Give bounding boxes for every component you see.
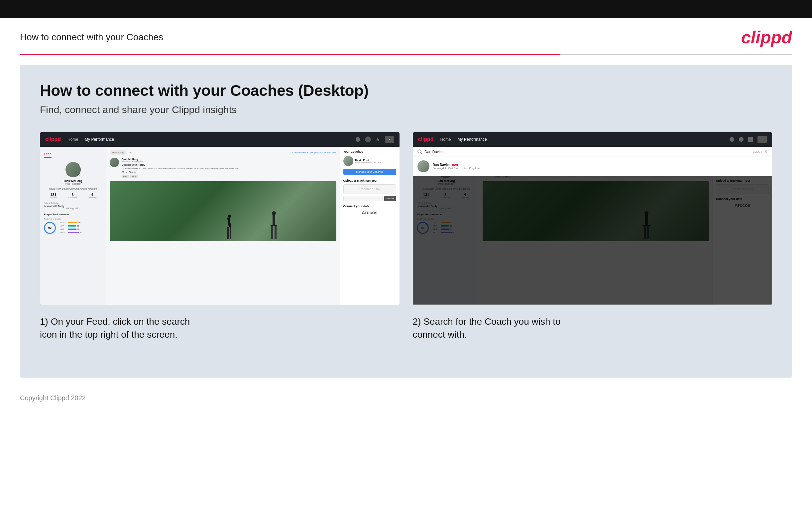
mock-nav-perf-2: My Performance xyxy=(458,137,487,142)
post-buttons: OTT APP xyxy=(122,175,336,178)
header: How to connect with your Coaches clippd xyxy=(0,18,812,54)
mock-middle-panel: Following ▼ Control who can see your act… xyxy=(106,147,340,305)
btn-app[interactable]: APP xyxy=(130,175,138,178)
search-bar: Dan Davies CLEAR × xyxy=(413,147,772,157)
feed-post: Blair McHarg Yesterday · Sunningdale Les… xyxy=(110,158,336,178)
user-icon[interactable] xyxy=(365,136,371,142)
coach-name: David Ford xyxy=(355,159,381,162)
golfer-photo xyxy=(110,181,336,241)
result-badge: Pro xyxy=(452,164,458,166)
btn-off[interactable]: OTT xyxy=(122,175,129,178)
post-avatar xyxy=(110,158,119,167)
following-button[interactable]: Following xyxy=(110,150,126,155)
stat-activities: 131 Activities xyxy=(50,193,57,199)
top-bar xyxy=(0,0,812,18)
result-club: Sunningdale Golf Club, United Kingdom xyxy=(433,167,480,170)
main-content: How to connect with your Coaches (Deskto… xyxy=(20,65,792,378)
upload-title: Upload a Trackman Test xyxy=(343,179,396,182)
latest-activity-date: 03 Aug 2022 xyxy=(44,207,102,210)
main-title: How to connect with your Coaches (Deskto… xyxy=(40,82,772,99)
following-bar: Following ▼ Control who can see your act… xyxy=(110,150,336,155)
copyright: Copyright Clippd 2022 xyxy=(20,394,86,401)
step-1-text: 1) On your Feed, click on the searchicon… xyxy=(40,315,399,341)
player-performance: Player Performance Total Player Quality … xyxy=(44,213,102,235)
search-icon[interactable] xyxy=(355,137,360,142)
trackman-input[interactable] xyxy=(343,196,383,201)
bar-putt: PUTT 96 xyxy=(60,231,82,234)
post-lesson: Lesson with Fordy xyxy=(122,163,336,166)
trackman-link-placeholder: Trackman Link xyxy=(343,184,396,194)
search-icon-2[interactable] xyxy=(729,137,734,142)
result-name: Dan Davies xyxy=(433,163,451,167)
performance-row: 92 OTT 90 APP xyxy=(44,221,102,235)
connect-title: Connect your data xyxy=(343,205,396,208)
close-button[interactable]: × xyxy=(764,149,767,155)
screenshots-row: clippd Home My Performance ▼ xyxy=(40,132,772,341)
add-link-btn[interactable]: Add Link xyxy=(384,196,396,201)
clippd-logo: clippd xyxy=(741,27,792,47)
coach-info: David Ford Royal North Devon Golf Club xyxy=(355,159,381,164)
control-link[interactable]: Control who can see your activity and da… xyxy=(292,152,336,154)
user-icon-2[interactable] xyxy=(739,137,744,142)
bar-app: APP 85 xyxy=(60,224,82,227)
bar-app-fill xyxy=(68,225,76,226)
quality-score: 92 xyxy=(44,222,56,234)
post-author: Blair McHarg xyxy=(122,158,336,161)
screenshot-2: clippd Home My Performance Feed xyxy=(413,132,772,305)
footer: Copyright Clippd 2022 xyxy=(0,388,812,409)
bar-arg-fill xyxy=(68,228,77,230)
total-quality-label: Total Player Quality xyxy=(44,218,102,220)
result-avatar xyxy=(418,160,429,172)
step-2-text: 2) Search for the Coach you wish toconne… xyxy=(413,315,772,341)
search-result[interactable]: Dan Davies Pro Sunningdale Golf Club, Un… xyxy=(413,157,772,176)
post-content: Blair McHarg Yesterday · Sunningdale Les… xyxy=(122,158,336,178)
mock-nav-icons-2 xyxy=(729,136,767,143)
settings-icon-2[interactable] xyxy=(748,137,753,142)
feed-tab[interactable]: Feed xyxy=(44,153,51,158)
mock-logo-1: clippd xyxy=(45,136,61,142)
screenshot-panel-1: clippd Home My Performance ▼ xyxy=(40,132,399,341)
post-duration: 01 hr : 30 min xyxy=(122,171,336,173)
manage-coaches-btn[interactable]: Manage Your Coaches xyxy=(343,169,396,175)
profile-menu[interactable]: ▼ xyxy=(385,136,394,143)
main-subtitle: Find, connect and share your Clippd insi… xyxy=(40,104,772,116)
bar-putt-fill xyxy=(68,232,79,233)
result-info: Dan Davies Pro Sunningdale Golf Club, Un… xyxy=(433,163,480,170)
stat-following: 4 Following xyxy=(88,193,96,199)
latest-activity-label: Latest Activity xyxy=(44,202,102,204)
clear-button[interactable]: CLEAR xyxy=(753,151,762,153)
arccos-label: Arccos xyxy=(343,210,396,215)
search-icon-overlay xyxy=(418,150,422,154)
mock-nav-home-2: Home xyxy=(440,137,451,142)
bar-ott: OTT 90 xyxy=(60,221,82,224)
search-query[interactable]: Dan Davies xyxy=(425,150,750,154)
performance-bars: OTT 90 APP 85 xyxy=(60,221,82,235)
mock-nav-2: clippd Home My Performance xyxy=(413,132,772,147)
screenshot-panel-2: clippd Home My Performance Feed xyxy=(413,132,772,341)
mock-right-panel: Your Coaches David Ford Royal North Devo… xyxy=(340,147,399,305)
profile-handicap: Plus Handicap xyxy=(44,183,102,185)
latest-activity-value: Lesson with Fordy xyxy=(44,205,102,207)
profile-name: Blair McHarg xyxy=(44,179,102,183)
coach-avatar xyxy=(343,156,353,166)
screenshot-1: clippd Home My Performance ▼ xyxy=(40,132,399,305)
photo-area xyxy=(110,181,336,241)
mock-nav-icons: ▼ xyxy=(355,136,394,143)
coaches-title: Your Coaches xyxy=(343,150,396,153)
post-text: Looking to feel like my hands are exitin… xyxy=(122,167,336,170)
trackman-input-row: Add Link xyxy=(343,196,396,201)
post-meta: Yesterday · Sunningdale xyxy=(122,161,336,163)
settings-icon[interactable] xyxy=(376,137,380,142)
mock-left-panel: Feed Blair McHarg Plus Handicap Royal No… xyxy=(40,147,106,305)
mock-nav-performance: My Performance xyxy=(85,137,114,142)
stat-followers: 3 Followers xyxy=(68,193,77,199)
profile-menu-2[interactable] xyxy=(758,136,767,143)
svg-line-1 xyxy=(421,153,422,154)
profile-club: Royal North Devon Golf Club, United King… xyxy=(44,187,102,190)
bar-ott-fill xyxy=(68,222,78,223)
profile-stats: 131 Activities 3 Followers 4 Following xyxy=(44,193,102,199)
page-title: How to connect with your Coaches xyxy=(20,32,163,43)
golfer-figure-2 xyxy=(224,215,234,241)
header-divider xyxy=(20,54,792,55)
dark-overlay xyxy=(413,176,772,304)
